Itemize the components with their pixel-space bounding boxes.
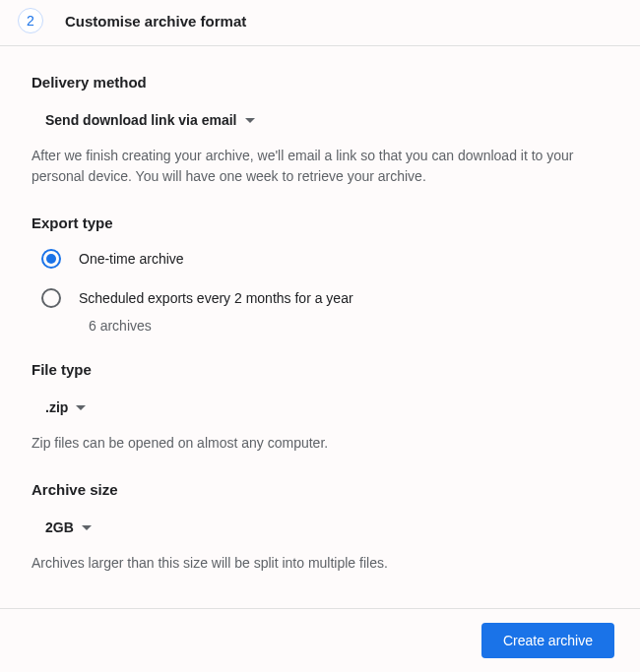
- delivery-method-dropdown[interactable]: Send download link via email: [32, 108, 255, 132]
- archive-size-selected: 2GB: [45, 519, 74, 535]
- file-type-heading: File type: [32, 361, 608, 378]
- step-number-badge: 2: [18, 8, 43, 33]
- file-type-selected: .zip: [45, 399, 68, 415]
- delivery-method-selected: Send download link via email: [45, 112, 237, 128]
- file-type-dropdown[interactable]: .zip: [32, 396, 86, 419]
- archive-size-description: Archives larger than this size will be s…: [32, 553, 608, 574]
- file-type-section: File type .zip Zip files can be opened o…: [32, 361, 608, 454]
- main-content: Delivery method Send download link via e…: [0, 46, 640, 574]
- radio-sublabel: 6 archives: [89, 318, 608, 334]
- delivery-method-section: Delivery method Send download link via e…: [32, 74, 608, 187]
- archive-size-section: Archive size 2GB Archives larger than th…: [32, 481, 608, 574]
- radio-button-icon: [41, 288, 61, 308]
- chevron-down-icon: [82, 525, 92, 530]
- radio-one-time-archive[interactable]: One-time archive: [41, 249, 608, 269]
- step-header: 2 Customise archive format: [0, 0, 640, 46]
- create-archive-button[interactable]: Create archive: [481, 623, 614, 658]
- radio-label: Scheduled exports every 2 months for a y…: [79, 290, 353, 306]
- radio-label: One-time archive: [79, 251, 184, 267]
- archive-size-heading: Archive size: [32, 481, 608, 498]
- export-type-heading: Export type: [32, 214, 608, 231]
- export-type-section: Export type One-time archive Scheduled e…: [32, 214, 608, 334]
- archive-size-dropdown[interactable]: 2GB: [32, 516, 92, 539]
- file-type-description: Zip files can be opened on almost any co…: [32, 433, 608, 454]
- delivery-method-heading: Delivery method: [32, 74, 608, 91]
- page-title: Customise archive format: [65, 13, 246, 30]
- chevron-down-icon: [245, 118, 255, 123]
- footer-bar: Create archive: [0, 608, 640, 672]
- radio-button-icon: [41, 249, 61, 269]
- chevron-down-icon: [76, 405, 86, 410]
- export-type-radio-group: One-time archive Scheduled exports every…: [32, 249, 608, 334]
- radio-scheduled-exports[interactable]: Scheduled exports every 2 months for a y…: [41, 288, 608, 308]
- delivery-method-description: After we finish creating your archive, w…: [32, 146, 608, 187]
